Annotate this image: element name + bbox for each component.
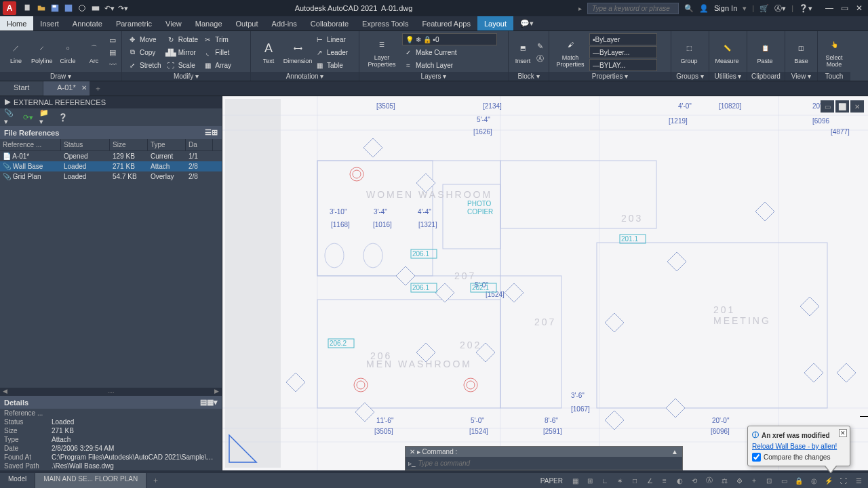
search-icon[interactable]: 🔍 bbox=[684, 4, 694, 13]
paper-toggle[interactable]: PAPER bbox=[536, 477, 567, 485]
lineweight-toggle-icon[interactable]: ≡ bbox=[658, 474, 671, 487]
annoscale-icon[interactable]: Ⓐ bbox=[703, 474, 716, 487]
balloon-close-button[interactable]: ✕ bbox=[839, 429, 847, 437]
layer-props-button[interactable]: ☰Layer Properties bbox=[363, 37, 400, 68]
signin-link[interactable]: Sign In bbox=[714, 4, 737, 12]
vp-close-icon[interactable]: ✕ bbox=[850, 100, 864, 113]
app-logo[interactable]: A bbox=[3, 1, 16, 15]
workspace-icon[interactable]: ⚙ bbox=[732, 474, 746, 487]
layer-dropdown[interactable]: 💡 ❄ 🔒 ▪ 0 bbox=[402, 33, 497, 45]
layout-tab[interactable]: MAIN AND SE... FLOOR PLAN bbox=[35, 473, 146, 488]
mirror-button[interactable]: ▟▙Mirror bbox=[165, 46, 199, 58]
tree-view-icon[interactable]: ⊞ bbox=[212, 128, 218, 136]
file-row[interactable]: 📎 Wall BaseLoaded271 KBAttach2/8 bbox=[0, 161, 222, 171]
otrack-toggle-icon[interactable]: ∠ bbox=[643, 474, 656, 487]
help-icon[interactable]: ❔ bbox=[57, 111, 69, 123]
qat-plot-icon[interactable] bbox=[90, 2, 102, 14]
qat-save-icon[interactable] bbox=[49, 2, 61, 14]
app-switcher-icon[interactable]: Ⓐ▾ bbox=[774, 3, 786, 14]
cleanscreen-icon[interactable]: ⛶ bbox=[837, 474, 850, 487]
list-view-icon[interactable]: ☰ bbox=[205, 128, 212, 136]
linetype-dropdown[interactable]: — BYLAY... bbox=[589, 59, 657, 71]
panel-draw[interactable]: Draw ▾ bbox=[0, 72, 121, 81]
user-icon[interactable]: 👤 bbox=[699, 4, 709, 13]
tab-home[interactable]: Home bbox=[0, 16, 33, 30]
polyline-button[interactable]: ⟋Polyline bbox=[30, 40, 54, 64]
qat-redo-icon[interactable]: ↷▾ bbox=[117, 2, 129, 14]
base-button[interactable]: ◫Base bbox=[789, 40, 813, 64]
minimize-button[interactable]: ― bbox=[823, 3, 835, 14]
qat-undo-icon[interactable]: ↶▾ bbox=[103, 2, 115, 14]
doctab-close-icon[interactable]: ✕ bbox=[81, 84, 87, 92]
cycling-toggle-icon[interactable]: ⟲ bbox=[688, 474, 701, 487]
panel-clipboard[interactable]: Clipboard bbox=[747, 72, 785, 81]
panel-groups[interactable]: Groups ▾ bbox=[671, 72, 709, 81]
osnap-toggle-icon[interactable]: □ bbox=[628, 474, 642, 487]
tab-insert[interactable]: Insert bbox=[33, 16, 66, 30]
doctab-add-button[interactable]: ＋ bbox=[90, 81, 106, 96]
scale-button[interactable]: ⛶Scale bbox=[165, 59, 199, 71]
leader-button[interactable]: ↗Leader bbox=[313, 46, 349, 58]
balloon-reload-link[interactable]: Reload Wall Base - by allen! bbox=[752, 443, 837, 450]
doctab-a01[interactable]: A-01*✕ bbox=[43, 81, 90, 96]
panel-modify[interactable]: Modify ▾ bbox=[122, 72, 250, 81]
move-button[interactable]: ✥Move bbox=[126, 33, 163, 45]
tab-view[interactable]: View bbox=[159, 16, 189, 30]
insert-button[interactable]: ⬒Insert bbox=[513, 40, 533, 64]
rotate-button[interactable]: ↻Rotate bbox=[165, 33, 199, 45]
tab-output[interactable]: Output bbox=[229, 16, 265, 30]
match-props-button[interactable]: 🖌Match Properties bbox=[553, 37, 587, 68]
table-button[interactable]: ▦Table bbox=[313, 59, 349, 71]
dimension-button[interactable]: ⟷Dimension bbox=[284, 40, 311, 64]
help-icon[interactable]: ❔▾ bbox=[799, 4, 812, 13]
file-row[interactable]: 📄 A-01*Opened129 KBCurrent1/1 bbox=[0, 151, 222, 161]
copy-button[interactable]: ⧉Copy bbox=[126, 46, 163, 58]
vp-min-icon[interactable]: ▭ bbox=[821, 100, 834, 113]
group-button[interactable]: ⬚Group bbox=[675, 40, 703, 64]
maximize-button[interactable]: ▭ bbox=[838, 3, 850, 14]
model-tab[interactable]: Model bbox=[0, 473, 35, 488]
panel-properties[interactable]: Properties ▾ bbox=[549, 72, 671, 81]
lineweight-dropdown[interactable]: — ByLayer... bbox=[589, 46, 657, 58]
doctab-start[interactable]: Start bbox=[0, 81, 43, 96]
annomonitor-icon[interactable]: ＋ bbox=[747, 474, 761, 487]
panel-touch[interactable]: Touch bbox=[818, 72, 850, 81]
panel-utilities[interactable]: Utilities ▾ bbox=[709, 72, 747, 81]
attach-dwg-icon[interactable]: 📎▾ bbox=[4, 111, 16, 123]
isolate-icon[interactable]: ◎ bbox=[807, 474, 821, 487]
column-headers[interactable]: Reference ... Status Size Type Da bbox=[0, 139, 222, 151]
panel-block[interactable]: Block ▾ bbox=[509, 72, 549, 81]
qat-web-icon[interactable] bbox=[76, 2, 88, 14]
panel-annotation[interactable]: Annotation ▾ bbox=[251, 72, 359, 81]
tab-overflow-icon[interactable]: 💬▾ bbox=[513, 16, 540, 30]
make-current-button[interactable]: ✓Make Current bbox=[402, 46, 497, 58]
color-dropdown[interactable]: ▪ ByLayer bbox=[589, 33, 657, 45]
units-icon[interactable]: ⊡ bbox=[762, 474, 776, 487]
tab-manage[interactable]: Manage bbox=[189, 16, 229, 30]
close-button[interactable]: ✕ bbox=[853, 3, 865, 14]
snap-toggle-icon[interactable]: ⊞ bbox=[583, 474, 597, 487]
cmd-expand-icon[interactable]: ▲ bbox=[671, 448, 678, 455]
select-mode-button[interactable]: 👆Select Mode bbox=[822, 37, 846, 68]
tab-annotate[interactable]: Annotate bbox=[66, 16, 109, 30]
measure-button[interactable]: 📏Measure bbox=[713, 40, 741, 64]
search-input[interactable] bbox=[587, 3, 679, 14]
change-path-icon[interactable]: 📁▾ bbox=[39, 111, 52, 123]
command-input[interactable] bbox=[416, 458, 679, 468]
stretch-button[interactable]: ⤢Stretch bbox=[126, 59, 163, 71]
tab-collaborate[interactable]: Collaborate bbox=[304, 16, 355, 30]
linear-button[interactable]: ⊢Linear bbox=[313, 33, 349, 45]
refresh-icon[interactable]: ⟳▾ bbox=[22, 111, 34, 123]
block-attr-icon[interactable]: Ⓐ bbox=[535, 54, 545, 63]
drawing-canvas[interactable]: [3505][2134]4'-0"[10820]20'-05'-4"[1219]… bbox=[222, 96, 868, 470]
match-layer-button[interactable]: ≈Match Layer bbox=[402, 59, 497, 71]
qat-open-icon[interactable] bbox=[35, 2, 47, 14]
spline-icon[interactable]: 〰 bbox=[108, 60, 117, 69]
hscroll[interactable]: ◀....▶ bbox=[0, 388, 222, 396]
array-button[interactable]: ▦Array bbox=[201, 59, 233, 71]
tab-layout[interactable]: Layout bbox=[477, 16, 513, 30]
text-button[interactable]: AText bbox=[255, 40, 282, 64]
panel-view[interactable]: View ▾ bbox=[785, 72, 817, 81]
hardware-accel-icon[interactable]: ⚡ bbox=[822, 474, 835, 487]
scale-icon[interactable]: ⚖ bbox=[717, 474, 731, 487]
